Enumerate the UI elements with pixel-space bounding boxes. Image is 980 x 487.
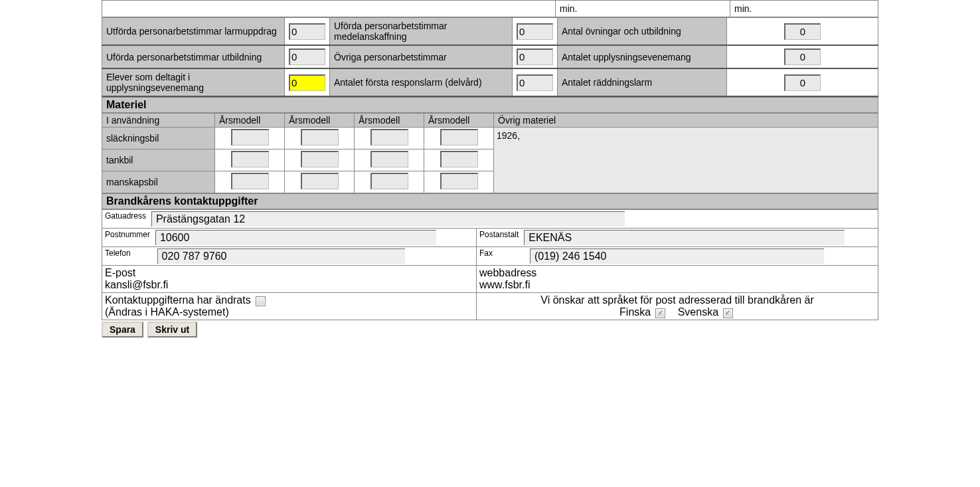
lab-responslarm: Antalet första responslarm (delvård) xyxy=(330,68,513,96)
print-button[interactable]: Skriv ut xyxy=(147,322,197,338)
val-utforda-larm[interactable]: 0 xyxy=(285,18,330,46)
lab-kontakt-andrats: Kontaktuppgifterna har ändrats xyxy=(105,294,251,306)
mat-h-arsmodell-3: Årsmodell xyxy=(355,114,424,128)
lab-webbadress: webbadress xyxy=(479,267,875,279)
val-antalet-upplysning[interactable]: 0 xyxy=(727,45,878,68)
mat-row-manskapsbil: manskapsbil xyxy=(102,171,215,193)
mat-row-tankbil: tankbil xyxy=(102,149,215,171)
mat-h-arsmodell-2: Årsmodell xyxy=(285,114,355,128)
mat-tank-y3[interactable] xyxy=(355,149,424,171)
checkbox-svenska[interactable]: ✓ xyxy=(723,308,733,318)
lab-fax: Fax xyxy=(479,248,495,258)
lab-elever: Elever som deltagit i upplysningsevenema… xyxy=(102,68,285,96)
mat-h-anvandning: I användning xyxy=(102,114,215,128)
val-raddningslarm[interactable]: 0 xyxy=(727,68,878,96)
field-postanstalt[interactable]: EKENÄS xyxy=(524,230,845,245)
field-gatuadress[interactable]: Prästängsgatan 12 xyxy=(151,211,625,227)
mat-tank-y2[interactable] xyxy=(285,149,355,171)
lab-telefon: Telefon xyxy=(105,248,133,258)
mat-man-y2[interactable] xyxy=(285,171,355,193)
mat-slack-y1[interactable] xyxy=(215,128,285,149)
lab-raddningslarm: Antalet räddningslarm xyxy=(558,68,727,96)
lab-haka: (Ändras i HAKA-systemet) xyxy=(105,306,229,318)
val-responslarm[interactable]: 0 xyxy=(513,68,558,96)
mat-slack-y3[interactable] xyxy=(355,128,424,149)
lab-utforda-utbildning: Uförda personarbetstimmar utbildning xyxy=(102,45,285,68)
mat-h-arsmodell-1: Årsmodell xyxy=(215,114,285,128)
mat-man-y3[interactable] xyxy=(355,171,424,193)
mat-tank-y1[interactable] xyxy=(215,149,285,171)
val-utforda-medel[interactable]: 0 xyxy=(513,18,558,46)
mat-slack-y4[interactable] xyxy=(424,128,494,149)
mat-slack-y2[interactable] xyxy=(285,128,355,149)
contact-table: Gatuadress Prästängsgatan 12 Postnummer … xyxy=(102,209,878,320)
val-elever[interactable]: 0 xyxy=(285,68,330,96)
save-button[interactable]: Spara xyxy=(102,322,143,338)
val-utforda-utbildning[interactable]: 0 xyxy=(285,45,330,68)
stats-table: Utförda personarbetstimmar larmuppdrag 0… xyxy=(102,17,878,97)
min-label-1: min. xyxy=(556,1,730,17)
field-telefon[interactable]: 020 787 9760 xyxy=(157,248,405,264)
mat-row-slackningsbil: släckningsbil xyxy=(102,128,215,149)
lab-antalet-upplysning: Antalet upplysningsevenemang xyxy=(558,45,727,68)
val-ovriga-timmar[interactable]: 0 xyxy=(513,45,558,68)
min-label-2: min. xyxy=(730,1,878,17)
field-epost[interactable]: kansli@fsbr.fi xyxy=(105,279,473,291)
lab-finska: Finska xyxy=(619,306,651,318)
mat-h-arsmodell-4: Årsmodell xyxy=(424,114,494,128)
lab-utforda-larm: Utförda personarbetstimmar larmuppdrag xyxy=(102,18,285,46)
field-postnummer[interactable]: 10600 xyxy=(155,230,436,245)
mat-ovrig-field[interactable]: 1926, xyxy=(494,128,878,193)
lab-ovriga-timmar: Övriga personarbetstimmar xyxy=(330,45,513,68)
row-min: min. min. xyxy=(102,0,878,17)
field-fax[interactable]: (019) 246 1540 xyxy=(530,248,824,264)
mat-h-ovrig: Övrig materiel xyxy=(494,114,878,128)
checkbox-finska[interactable]: ✓ xyxy=(655,308,665,318)
section-contact: Brandkårens kontaktuppgifter xyxy=(102,193,878,209)
lab-postanstalt: Postanstalt xyxy=(479,230,521,239)
lab-postnummer: Postnummer xyxy=(105,230,153,239)
lab-utforda-medel: Uförda personarbetstimmar medelanskaffni… xyxy=(330,18,513,46)
lab-epost: E-post xyxy=(105,267,473,279)
lab-gatuadress: Gatuadress xyxy=(105,211,149,221)
section-materiel: Materiel xyxy=(102,97,878,113)
lab-sprak: Vi önskar att språket för post adressera… xyxy=(540,294,813,306)
lab-svenska: Svenska xyxy=(678,306,718,318)
materiel-table: I användning Årsmodell Årsmodell Årsmode… xyxy=(102,113,878,193)
checkbox-kontakt-andrats[interactable] xyxy=(256,296,266,306)
field-webbadress[interactable]: www.fsbr.fi xyxy=(479,279,875,291)
mat-man-y4[interactable] xyxy=(424,171,494,193)
mat-tank-y4[interactable] xyxy=(424,149,494,171)
mat-man-y1[interactable] xyxy=(215,171,285,193)
val-antal-ovningar[interactable]: 0 xyxy=(727,18,878,46)
lab-antal-ovningar: Antal övningar och utbildning xyxy=(558,18,727,46)
